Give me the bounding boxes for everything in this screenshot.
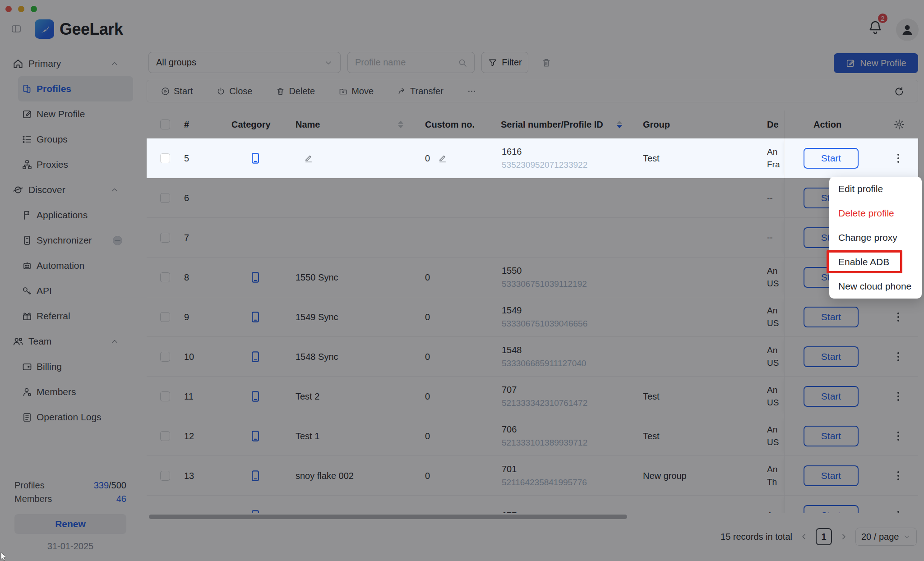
- serial-number: 1616: [502, 145, 587, 158]
- menu-item-edit-profile[interactable]: Edit profile: [829, 177, 922, 201]
- row-context-menu: Edit profileDelete profileChange proxyEn…: [829, 177, 922, 299]
- row-action-cell: Start: [784, 138, 918, 178]
- dim-overlay: [0, 0, 924, 561]
- row-number: 5: [184, 153, 189, 163]
- profile-id: 535230952071233922: [502, 158, 587, 171]
- custom-no: 0: [425, 153, 430, 163]
- more-actions-icon[interactable]: [896, 152, 901, 165]
- start-button[interactable]: Start: [804, 148, 859, 169]
- menu-item-change-proxy[interactable]: Change proxy: [829, 225, 922, 250]
- category-phone-icon: [249, 152, 262, 165]
- serial-profile-id: 1616535230952071233922: [502, 145, 587, 171]
- annotation-highlight-box: [827, 250, 902, 273]
- edit-name-icon[interactable]: [304, 153, 314, 163]
- mouse-cursor: [0, 552, 9, 561]
- table-row: 501616535230952071233922TestAnFraStart: [147, 138, 918, 178]
- edit-custom-no-icon[interactable]: [438, 153, 448, 163]
- menu-item-delete-profile[interactable]: Delete profile: [829, 201, 922, 225]
- geelark-window: GeeLark 2 PrimaryProfilesNew ProfileGrou…: [0, 0, 924, 561]
- device-info: AnFra: [767, 146, 785, 171]
- device-line1: An: [767, 146, 785, 158]
- row-checkbox[interactable]: [160, 153, 170, 163]
- menu-item-new-cloud-phone[interactable]: New cloud phone: [829, 274, 922, 299]
- device-line2: Fra: [767, 158, 785, 171]
- group-name: Test: [643, 153, 660, 163]
